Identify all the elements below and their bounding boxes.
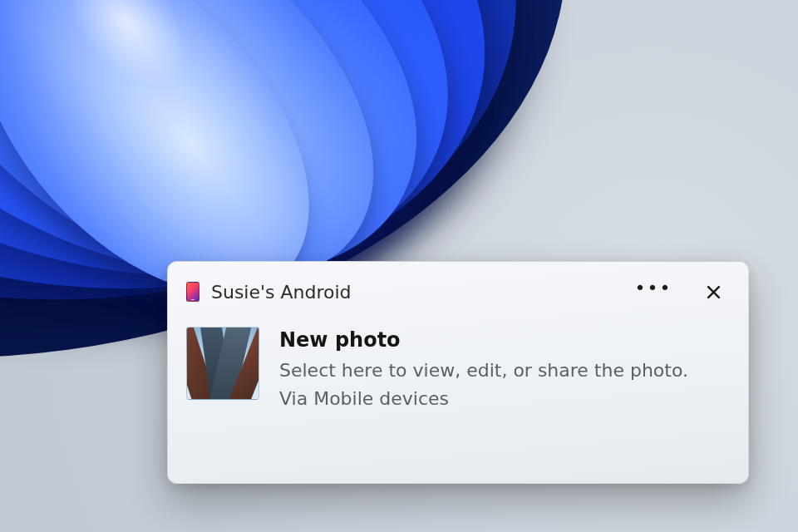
notification-toast[interactable]: Susie's Android ••• New photo Select her… — [167, 261, 749, 484]
notification-source-name: Susie's Android — [211, 282, 628, 303]
close-button[interactable] — [700, 278, 727, 305]
new-photo-thumbnail — [186, 327, 259, 400]
more-button[interactable]: ••• — [640, 278, 667, 305]
notification-header-actions: ••• — [640, 278, 727, 305]
phone-icon — [186, 282, 200, 302]
notification-via-line: Via Mobile devices — [279, 385, 730, 413]
notification-header: Susie's Android ••• — [186, 277, 730, 307]
notification-body[interactable]: New photo Select here to view, edit, or … — [186, 327, 730, 413]
notification-description: Select here to view, edit, or share the … — [279, 357, 730, 385]
notification-text: New photo Select here to view, edit, or … — [279, 327, 730, 413]
notification-title: New photo — [279, 328, 730, 352]
close-icon — [707, 285, 721, 299]
more-icon: ••• — [635, 279, 672, 298]
